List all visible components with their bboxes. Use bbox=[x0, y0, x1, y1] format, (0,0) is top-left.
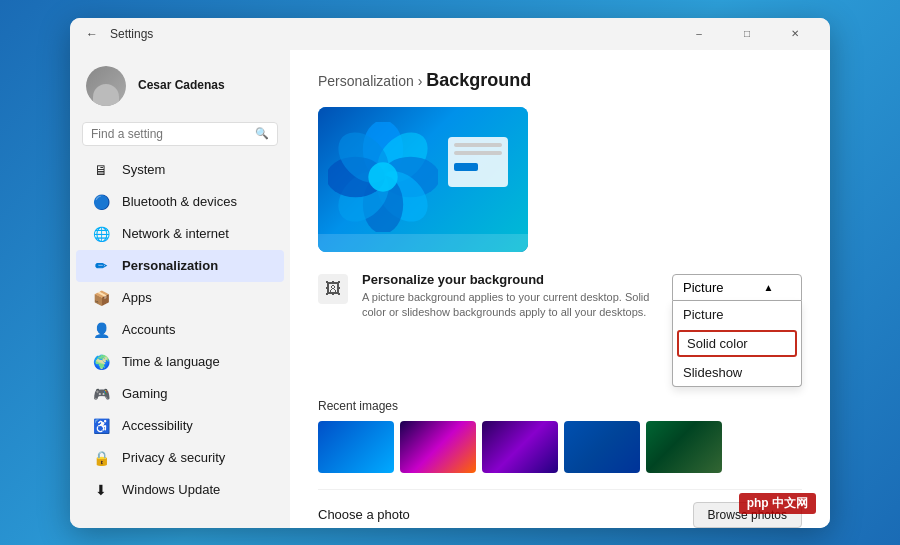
sidebar-item-privacy[interactable]: 🔒 Privacy & security bbox=[76, 442, 284, 474]
window-controls: – □ ✕ bbox=[676, 18, 818, 50]
maximize-button[interactable]: □ bbox=[724, 18, 770, 50]
titlebar: ← Settings – □ ✕ bbox=[70, 18, 830, 50]
recent-images-row bbox=[318, 421, 802, 473]
sidebar-label-apps: Apps bbox=[122, 290, 152, 305]
svg-point-8 bbox=[368, 162, 397, 191]
breadcrumb-parent: Personalization bbox=[318, 73, 414, 89]
sidebar-item-gaming[interactable]: 🎮 Gaming bbox=[76, 378, 284, 410]
search-input[interactable] bbox=[91, 127, 249, 141]
personalization-icon: ✏ bbox=[92, 257, 110, 275]
sidebar-label-gaming: Gaming bbox=[122, 386, 168, 401]
accessibility-icon: ♿ bbox=[92, 417, 110, 435]
recent-thumb-2[interactable] bbox=[400, 421, 476, 473]
sidebar-label-network: Network & internet bbox=[122, 226, 229, 241]
recent-thumb-5[interactable] bbox=[646, 421, 722, 473]
dropdown-menu: Picture Solid color Slideshow bbox=[672, 301, 802, 387]
close-button[interactable]: ✕ bbox=[772, 18, 818, 50]
minimize-button[interactable]: – bbox=[676, 18, 722, 50]
background-type-dropdown-container: Picture ▲ Picture Solid color Slideshow bbox=[672, 274, 802, 387]
avatar-image bbox=[86, 66, 126, 106]
recent-thumb-4[interactable] bbox=[564, 421, 640, 473]
network-icon: 🌐 bbox=[92, 225, 110, 243]
php-watermark: php 中文网 bbox=[739, 493, 816, 514]
settings-window: ← Settings – □ ✕ Cesar Cadenas bbox=[70, 18, 830, 528]
preview-card-button bbox=[454, 163, 478, 171]
recent-thumb-1[interactable] bbox=[318, 421, 394, 473]
recent-images-section: Recent images bbox=[318, 399, 802, 473]
sidebar-label-system: System bbox=[122, 162, 165, 177]
sidebar-item-apps[interactable]: 📦 Apps bbox=[76, 282, 284, 314]
preview-taskbar bbox=[318, 234, 528, 252]
user-name: Cesar Cadenas bbox=[138, 78, 225, 92]
dropdown-option-slideshow[interactable]: Slideshow bbox=[673, 359, 801, 386]
gaming-icon: 🎮 bbox=[92, 385, 110, 403]
bluetooth-icon: 🔵 bbox=[92, 193, 110, 211]
sidebar-label-personalization: Personalization bbox=[122, 258, 218, 273]
sidebar-item-time[interactable]: 🌍 Time & language bbox=[76, 346, 284, 378]
personalize-text: Personalize your background A picture ba… bbox=[362, 272, 656, 321]
chevron-up-icon: ▲ bbox=[763, 282, 773, 293]
preview-card-line1 bbox=[454, 143, 502, 147]
avatar bbox=[86, 66, 126, 106]
user-info: Cesar Cadenas bbox=[138, 78, 225, 94]
privacy-icon: 🔒 bbox=[92, 449, 110, 467]
search-box[interactable]: 🔍 bbox=[82, 122, 278, 146]
main-content: Personalization › Background bbox=[290, 50, 830, 528]
preview-card-line2 bbox=[454, 151, 502, 155]
apps-icon: 📦 bbox=[92, 289, 110, 307]
dropdown-selected-label: Picture bbox=[683, 280, 723, 295]
sidebar: Cesar Cadenas 🔍 🖥 System 🔵 Bluetooth & d… bbox=[70, 50, 290, 528]
sidebar-label-accessibility: Accessibility bbox=[122, 418, 193, 433]
sidebar-item-accessibility[interactable]: ♿ Accessibility bbox=[76, 410, 284, 442]
breadcrumb-separator: › bbox=[418, 73, 427, 89]
preview-card bbox=[448, 137, 508, 187]
back-button[interactable]: ← bbox=[82, 24, 102, 44]
sidebar-label-time: Time & language bbox=[122, 354, 220, 369]
sidebar-item-system[interactable]: 🖥 System bbox=[76, 154, 284, 186]
sidebar-item-accounts[interactable]: 👤 Accounts bbox=[76, 314, 284, 346]
dropdown-selected[interactable]: Picture ▲ bbox=[672, 274, 802, 301]
choose-photo-row: Choose a photo Browse photos bbox=[318, 489, 802, 528]
avatar-figure bbox=[93, 84, 119, 106]
system-icon: 🖥 bbox=[92, 161, 110, 179]
personalize-description: A picture background applies to your cur… bbox=[362, 290, 656, 321]
sidebar-label-bluetooth: Bluetooth & devices bbox=[122, 194, 237, 209]
dropdown-option-solid-color[interactable]: Solid color bbox=[677, 330, 797, 357]
windows-update-icon: ⬇ bbox=[92, 481, 110, 499]
breadcrumb: Personalization › Background bbox=[318, 70, 802, 91]
recent-thumb-3[interactable] bbox=[482, 421, 558, 473]
sidebar-item-personalization[interactable]: ✏ Personalization bbox=[76, 250, 284, 282]
win11-flower bbox=[328, 122, 438, 232]
personalize-icon: 🖼 bbox=[318, 274, 348, 304]
sidebar-label-privacy: Privacy & security bbox=[122, 450, 225, 465]
choose-photo-label: Choose a photo bbox=[318, 507, 410, 522]
time-icon: 🌍 bbox=[92, 353, 110, 371]
dropdown-option-picture[interactable]: Picture bbox=[673, 301, 801, 328]
sidebar-item-windows-update[interactable]: ⬇ Windows Update bbox=[76, 474, 284, 506]
sidebar-item-bluetooth[interactable]: 🔵 Bluetooth & devices bbox=[76, 186, 284, 218]
personalize-row: 🖼 Personalize your background A picture … bbox=[318, 272, 656, 321]
sidebar-label-windows-update: Windows Update bbox=[122, 482, 220, 497]
window-title: Settings bbox=[110, 27, 676, 41]
user-profile[interactable]: Cesar Cadenas bbox=[70, 58, 290, 118]
accounts-icon: 👤 bbox=[92, 321, 110, 339]
breadcrumb-current: Background bbox=[426, 70, 531, 90]
personalize-title: Personalize your background bbox=[362, 272, 656, 287]
sidebar-label-accounts: Accounts bbox=[122, 322, 175, 337]
desktop-preview bbox=[318, 107, 528, 252]
recent-images-label: Recent images bbox=[318, 399, 802, 413]
sidebar-item-network[interactable]: 🌐 Network & internet bbox=[76, 218, 284, 250]
search-icon: 🔍 bbox=[255, 127, 269, 140]
window-content: Cesar Cadenas 🔍 🖥 System 🔵 Bluetooth & d… bbox=[70, 50, 830, 528]
